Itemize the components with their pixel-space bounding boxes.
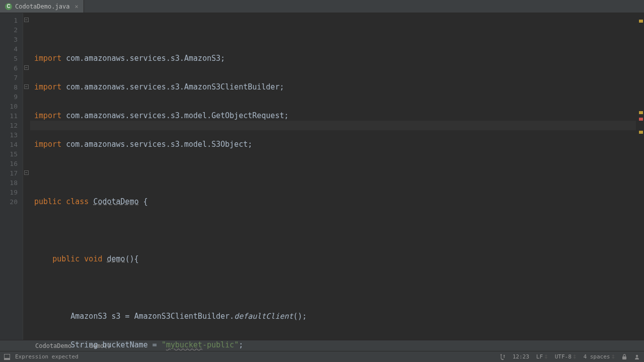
warn-marker[interactable]	[639, 20, 643, 23]
tool-window-icon[interactable]	[4, 354, 10, 360]
fold-toggle[interactable]: −	[24, 84, 29, 89]
svg-rect-1	[5, 358, 10, 360]
error-marker[interactable]	[639, 118, 643, 121]
line-number-gutter: 1234567891011121314151617181920	[0, 13, 23, 340]
fold-toggle[interactable]: −	[24, 170, 29, 175]
tab-filename: CodotaDemo.java	[15, 3, 69, 10]
warn-marker[interactable]	[639, 131, 643, 134]
close-icon[interactable]: ×	[74, 3, 78, 10]
tab-bar: C CodotaDemo.java ×	[0, 0, 644, 13]
error-stripe[interactable]	[638, 13, 644, 340]
warn-marker[interactable]	[639, 111, 643, 114]
current-line-highlight	[30, 121, 636, 130]
fold-toggle[interactable]: −	[24, 18, 29, 22]
java-class-icon: C	[5, 3, 12, 10]
code-area[interactable]: import com.amazonaws.services.s3.AmazonS…	[30, 13, 644, 340]
fold-margin: −−−−	[23, 13, 30, 340]
code-editor[interactable]: 1234567891011121314151617181920 −−−− imp…	[0, 13, 644, 340]
fold-toggle[interactable]: −	[24, 65, 29, 70]
editor-tab[interactable]: C CodotaDemo.java ×	[0, 0, 84, 13]
